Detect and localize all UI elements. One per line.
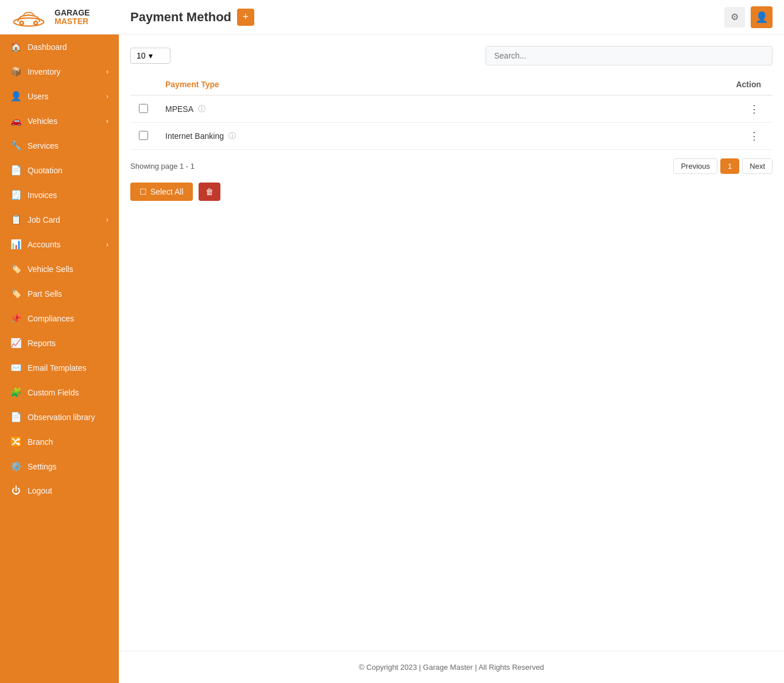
row-checkbox-cell-1 — [130, 95, 157, 123]
payment-type-value-2: Internet Banking — [165, 131, 224, 141]
delete-button[interactable]: 🗑 — [199, 183, 220, 201]
nav-label-vehicle-sells: Vehicle Sells — [28, 265, 108, 274]
nav-icon-custom-fields: 🧩 — [10, 387, 22, 398]
page-title: Payment Method — [130, 10, 231, 25]
sidebar-item-part-sells[interactable]: 🏷️ Part Sells — [0, 281, 119, 306]
row-action-cell-2: ⋮ — [564, 123, 773, 150]
user-avatar-button[interactable]: 👤 — [751, 6, 773, 28]
pagination-controls: Previous 1 Next — [673, 158, 773, 174]
search-input[interactable] — [486, 46, 773, 65]
sidebar-item-accounts[interactable]: 📊 Accounts › — [0, 232, 119, 257]
topbar-right: ⚙ 👤 — [724, 6, 773, 28]
search-box — [486, 46, 773, 65]
nav-label-services: Services — [28, 141, 108, 150]
sidebar-item-email-templates[interactable]: ✉️ Email Templates — [0, 355, 119, 380]
settings-icon-button[interactable]: ⚙ — [724, 7, 745, 28]
nav-icon-job-card: 📋 — [10, 214, 22, 225]
nav-icon-quotation: 📄 — [10, 165, 22, 176]
main-content: Payment Method + ⚙ 👤 10 ▾ Payment Type A… — [119, 0, 784, 683]
nav-arrow-users: › — [106, 92, 108, 100]
copyright-text: © Copyright 2023 | Garage Master | All R… — [359, 663, 544, 672]
sidebar-item-custom-fields[interactable]: 🧩 Custom Fields — [0, 380, 119, 405]
sidebar-item-branch[interactable]: 🔀 Branch — [0, 429, 119, 454]
nav-label-inventory: Inventory — [28, 67, 103, 76]
row-payment-type-2: Internet Banking ⓘ — [157, 123, 564, 150]
per-page-dropdown[interactable]: 10 ▾ — [130, 48, 170, 64]
nav-icon-observation-library: 📄 — [10, 412, 22, 422]
sidebar-item-reports[interactable]: 📈 Reports — [0, 331, 119, 355]
nav-icon-users: 👤 — [10, 91, 22, 102]
sidebar-item-job-card[interactable]: 📋 Job Card › — [0, 207, 119, 232]
topbar: Payment Method + ⚙ 👤 — [119, 0, 784, 34]
sidebar-item-compliances[interactable]: 📌 Compliances — [0, 306, 119, 331]
select-all-label: Select All — [150, 187, 184, 196]
sidebar-item-dashboard[interactable]: 🏠 Dashboard — [0, 34, 119, 59]
nav-icon-services: 🔧 — [10, 140, 22, 151]
table-header-row: Payment Type Action — [130, 74, 773, 95]
nav-icon-accounts: 📊 — [10, 239, 22, 250]
select-all-button[interactable]: ☐ Select All — [130, 183, 193, 201]
checkbox-icon: ☐ — [139, 187, 147, 196]
sidebar: GARAGE MASTER 🏠 Dashboard 📦 Inventory › … — [0, 0, 119, 683]
row-payment-type-1: MPESA ⓘ — [157, 95, 564, 123]
nav-icon-inventory: 📦 — [10, 66, 22, 77]
pagination-area: Showing page 1 - 1 Previous 1 Next — [130, 158, 773, 174]
nav-label-quotation: Quotation — [28, 166, 108, 175]
row-action-button-2[interactable]: ⋮ — [744, 130, 764, 142]
nav-label-vehicles: Vehicles — [28, 117, 103, 126]
logo: GARAGE MASTER — [0, 0, 119, 34]
nav-label-compliances: Compliances — [28, 314, 108, 323]
row-action-button-1[interactable]: ⋮ — [744, 103, 764, 115]
nav-label-logout: Logout — [28, 486, 108, 495]
page-number-button[interactable]: 1 — [720, 158, 739, 174]
sidebar-item-services[interactable]: 🔧 Services — [0, 133, 119, 158]
nav-icon-settings: ⚙️ — [10, 461, 22, 472]
header-action: Action — [564, 74, 773, 95]
nav-label-reports: Reports — [28, 339, 108, 348]
row-checkbox-1[interactable] — [139, 104, 148, 113]
payment-method-table: Payment Type Action MPESA ⓘ ⋮ — [130, 74, 773, 150]
logo-garage: GARAGE — [55, 9, 90, 17]
toolbar: 10 ▾ — [130, 46, 773, 65]
showing-text: Showing page 1 - 1 — [130, 162, 195, 170]
sidebar-item-users[interactable]: 👤 Users › — [0, 84, 119, 108]
sidebar-item-vehicle-sells[interactable]: 🏷️ Vehicle Sells — [0, 257, 119, 281]
sidebar-item-observation-library[interactable]: 📄 Observation library — [0, 405, 119, 429]
info-icon-1[interactable]: ⓘ — [198, 104, 205, 114]
row-action-cell-1: ⋮ — [564, 95, 773, 123]
add-payment-method-button[interactable]: + — [237, 9, 254, 26]
sidebar-item-invoices[interactable]: 🧾 Invoices — [0, 183, 119, 207]
next-page-button[interactable]: Next — [742, 158, 773, 174]
nav-icon-vehicles: 🚗 — [10, 115, 22, 126]
svg-point-2 — [21, 22, 23, 24]
svg-point-4 — [35, 22, 37, 24]
nav-label-branch: Branch — [28, 437, 108, 447]
nav-icon-part-sells: 🏷️ — [10, 288, 22, 299]
logo-icon — [9, 6, 49, 29]
nav-icon-reports: 📈 — [10, 337, 22, 348]
nav-icon-dashboard: 🏠 — [10, 41, 22, 52]
nav-icon-branch: 🔀 — [10, 436, 22, 447]
nav-icon-logout: ⏻ — [10, 486, 22, 496]
page-title-area: Payment Method + — [130, 9, 724, 26]
sidebar-item-logout[interactable]: ⏻ Logout — [0, 479, 119, 503]
sidebar-item-settings[interactable]: ⚙️ Settings — [0, 454, 119, 479]
nav-label-invoices: Invoices — [28, 191, 108, 200]
previous-page-button[interactable]: Previous — [673, 158, 717, 174]
table-row: MPESA ⓘ ⋮ — [130, 95, 773, 123]
sidebar-item-inventory[interactable]: 📦 Inventory › — [0, 59, 119, 84]
per-page-value: 10 — [137, 51, 146, 60]
nav-label-custom-fields: Custom Fields — [28, 388, 108, 397]
table-row: Internet Banking ⓘ ⋮ — [130, 123, 773, 150]
payment-type-value-1: MPESA — [165, 104, 193, 114]
nav-label-accounts: Accounts — [28, 240, 103, 249]
sidebar-item-quotation[interactable]: 📄 Quotation — [0, 158, 119, 183]
sidebar-item-vehicles[interactable]: 🚗 Vehicles › — [0, 108, 119, 133]
nav-icon-invoices: 🧾 — [10, 189, 22, 200]
row-checkbox-cell-2 — [130, 123, 157, 150]
info-icon-2[interactable]: ⓘ — [228, 131, 236, 141]
nav-icon-compliances: 📌 — [10, 313, 22, 324]
nav-label-settings: Settings — [28, 462, 108, 471]
header-checkbox-cell — [130, 74, 157, 95]
row-checkbox-2[interactable] — [139, 131, 148, 140]
